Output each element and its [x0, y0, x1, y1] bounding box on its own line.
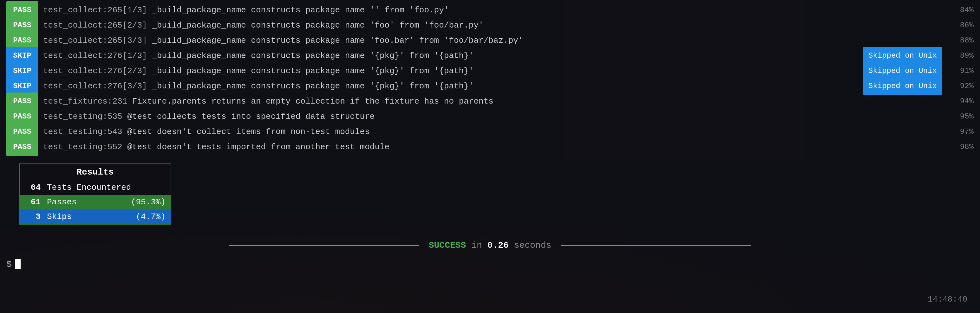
results-row: 3Skips(4.7%) — [20, 209, 171, 224]
test-badge: PASS — [6, 138, 38, 156]
results-num: 61 — [25, 198, 41, 207]
progress-pct: 84% — [948, 3, 974, 18]
test-line-text: test_collect:276[1/3] _build_package_nam… — [43, 48, 857, 63]
test-row: SKIPtest_collect:276[3/3] _build_package… — [0, 79, 980, 94]
skip-reason: Skipped on Unix — [863, 77, 942, 95]
success-time: 0.26 — [487, 240, 509, 250]
results-label: Tests Encountered — [47, 183, 165, 192]
results-row: 64Tests Encountered — [20, 180, 171, 195]
results-label: Skips — [47, 212, 129, 221]
prompt-dollar: $ — [6, 259, 12, 269]
results-box: Results 64Tests Encountered61Passes(95.3… — [19, 163, 171, 224]
success-line-left — [229, 245, 419, 246]
success-bar: SUCCESS in 0.26 seconds — [0, 234, 980, 257]
progress-pct: 91% — [948, 63, 974, 79]
prompt-row: $ — [0, 257, 980, 272]
progress-pct: 89% — [948, 48, 974, 63]
test-line-text: test_testing:543 @test doesn't collect i… — [43, 124, 942, 139]
progress-pct: 92% — [948, 79, 974, 94]
test-line-text: test_testing:535 @test collects tests in… — [43, 109, 942, 124]
test-row: PASStest_collect:265[2/3] _build_package… — [0, 18, 980, 33]
progress-pct: 97% — [948, 124, 974, 139]
progress-pct: 95% — [948, 109, 974, 124]
success-seconds: seconds — [514, 240, 552, 250]
results-section: Results 64Tests Encountered61Passes(95.3… — [0, 157, 980, 231]
test-row: PASStest_fixtures:231 Fixture.parents re… — [0, 94, 980, 109]
test-line-text: test_collect:265[1/3] _build_package_nam… — [43, 3, 942, 18]
progress-pct: 94% — [948, 94, 974, 109]
timestamp: 14:48:40 — [928, 295, 967, 304]
progress-pct: 88% — [948, 33, 974, 48]
test-row: PASStest_collect:265[3/3] _build_package… — [0, 33, 980, 48]
test-output: PASStest_collect:265[1/3] _build_package… — [0, 0, 980, 157]
test-row: PASStest_testing:535 @test collects test… — [0, 109, 980, 124]
progress-pct: 86% — [948, 18, 974, 33]
results-title: Results — [20, 164, 171, 180]
results-label: Passes — [47, 198, 125, 207]
test-row: SKIPtest_collect:276[1/3] _build_package… — [0, 48, 980, 63]
results-num: 3 — [25, 212, 41, 221]
results-num: 64 — [25, 183, 41, 192]
results-pct: (4.7%) — [136, 212, 165, 221]
progress-pct: 98% — [948, 139, 974, 155]
success-line-right — [561, 245, 751, 246]
prompt-cursor — [15, 259, 21, 269]
test-row: PASStest_testing:543 @test doesn't colle… — [0, 124, 980, 139]
test-line-text: test_collect:276[3/3] _build_package_nam… — [43, 79, 857, 94]
test-row: PASStest_testing:552 @test doesn't tests… — [0, 139, 980, 155]
success-word: SUCCESS — [429, 240, 466, 250]
results-row: 61Passes(95.3%) — [20, 195, 171, 209]
test-line-text: test_collect:276[2/3] _build_package_nam… — [43, 63, 857, 79]
test-row: PASStest_collect:265[1/3] _build_package… — [0, 3, 980, 18]
test-row: SKIPtest_collect:276[2/3] _build_package… — [0, 63, 980, 79]
test-line-text: test_fixtures:231 Fixture.parents return… — [43, 94, 942, 109]
terminal-window: PASStest_collect:265[1/3] _build_package… — [0, 0, 980, 313]
test-line-text: test_collect:265[2/3] _build_package_nam… — [43, 18, 942, 33]
test-line-text: test_collect:265[3/3] _build_package_nam… — [43, 33, 942, 48]
results-pct: (95.3%) — [131, 198, 165, 207]
test-line-text: test_testing:552 @test doesn't tests imp… — [43, 139, 942, 155]
success-in: in — [471, 240, 487, 250]
success-text: SUCCESS in 0.26 seconds — [419, 240, 561, 250]
